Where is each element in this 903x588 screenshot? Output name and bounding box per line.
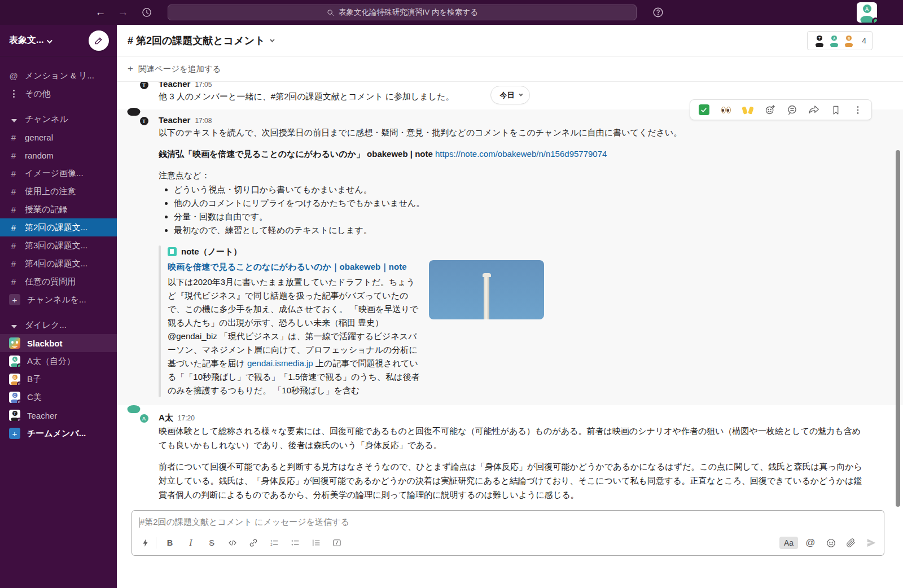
date-divider-pill[interactable]: 今日 bbox=[490, 86, 530, 104]
mention-button[interactable]: @ bbox=[803, 536, 818, 550]
shortcuts-button[interactable] bbox=[138, 536, 154, 550]
history-forward-button[interactable]: → bbox=[115, 5, 131, 20]
history-clock-button[interactable] bbox=[139, 5, 155, 20]
strikethrough-button[interactable]: S bbox=[204, 536, 220, 550]
dots-vertical-icon bbox=[852, 104, 863, 116]
sidebar-dm-slackbot[interactable]: Slackbot bbox=[0, 334, 117, 352]
message-author[interactable]: Teacher bbox=[159, 115, 190, 126]
share-message-button[interactable] bbox=[808, 104, 820, 116]
emoji-button[interactable] bbox=[823, 536, 839, 550]
channel-header: # 第2回の課題文献とコメント T A B 4 bbox=[117, 25, 903, 56]
composer-toolbar: B I S bbox=[132, 533, 884, 555]
white-check-mark-emoji-button[interactable] bbox=[698, 104, 710, 116]
blockquote-button[interactable] bbox=[308, 536, 324, 550]
top-bar: ← → 表象文化論特殊研究演習IV 内を検索する A bbox=[0, 0, 903, 25]
sidebar-channel-random[interactable]: # random bbox=[0, 146, 117, 164]
preview-thumbnail-image[interactable] bbox=[429, 260, 544, 319]
preview-description: 以下は2020年3月に書いたまま放置していたドラフトだ。ちょうど『現代ビジネス』… bbox=[168, 275, 420, 397]
ata-paragraph-2: 前者について回復不可能であると判断する見方はなさそうなので、ひとまず論点は「身体… bbox=[159, 459, 869, 502]
vertical-scrollbar[interactable] bbox=[896, 150, 900, 507]
sidebar-dm-ata-self[interactable]: A A太（自分） bbox=[0, 352, 117, 370]
reply-thread-button[interactable] bbox=[786, 104, 798, 116]
format-toggle-button[interactable]: Aa bbox=[779, 537, 798, 549]
invite-label: チームメンバ... bbox=[27, 428, 86, 439]
compose-button[interactable] bbox=[89, 30, 109, 51]
ata-avatar: A bbox=[9, 356, 20, 367]
sidebar-dm-teacher[interactable]: T Teacher bbox=[0, 406, 117, 424]
hash-icon: # bbox=[9, 223, 18, 232]
sidebar-item-mentions[interactable]: @ メンション & リ... bbox=[0, 67, 117, 85]
user-avatar[interactable]: A bbox=[857, 2, 877, 23]
sidebar-channel-image[interactable]: # イメージ画像... bbox=[0, 164, 117, 182]
section-label: ダイレク... bbox=[25, 320, 67, 331]
sidebar-channel-session4[interactable]: # 第4回の課題文... bbox=[0, 254, 117, 273]
preview-title-link[interactable]: 映画を倍速で見ることのなにがわるいのか｜obakeweb｜note bbox=[168, 260, 420, 273]
sidebar-dm-cmi[interactable]: C C美 bbox=[0, 388, 117, 406]
message-time[interactable]: 17:05 bbox=[195, 82, 212, 90]
help-button[interactable] bbox=[650, 5, 666, 20]
sidebar-dm-bko[interactable]: B B子 bbox=[0, 370, 117, 388]
sidebar-channel-general[interactable]: # general bbox=[0, 128, 117, 146]
link-button[interactable] bbox=[246, 536, 261, 550]
chevron-down-icon bbox=[519, 93, 523, 96]
sidebar-add-channel[interactable]: + チャンネルを... bbox=[0, 291, 117, 309]
sidebar-item-more[interactable]: その他 bbox=[0, 85, 117, 103]
presence-online-dot bbox=[17, 363, 20, 367]
more-actions-button[interactable] bbox=[852, 104, 864, 116]
section-label: チャンネル bbox=[25, 114, 68, 125]
sidebar-channel-session2-active[interactable]: # 第2回の課題文... bbox=[0, 218, 117, 236]
paperclip-icon bbox=[846, 538, 856, 548]
sidebar-nav: @ メンション & リ... その他 チャンネル # general # ran… bbox=[0, 56, 117, 442]
chimney-tower-graphic bbox=[484, 277, 489, 319]
plus-icon: + bbox=[9, 294, 20, 305]
preview-site-name: note（ノート） bbox=[181, 245, 242, 258]
bold-button[interactable]: B bbox=[162, 536, 178, 550]
attach-file-button[interactable] bbox=[843, 536, 859, 550]
add-reaction-button[interactable] bbox=[764, 104, 776, 116]
reference-url-link[interactable]: https://note.com/obakeweb/n/n156d9577907… bbox=[435, 149, 607, 159]
message-author[interactable]: Teacher bbox=[159, 82, 190, 90]
hash-icon: # bbox=[9, 259, 18, 269]
bulleted-list-button[interactable] bbox=[287, 536, 303, 550]
sidebar-channel-usage-notes[interactable]: # 使用上の注意 bbox=[0, 182, 117, 200]
sidebar-item-label: メンション & リ... bbox=[25, 71, 94, 81]
message-input[interactable]: #第2回の課題文献とコメント にメッセージを送信する bbox=[132, 511, 884, 533]
sidebar-channel-session3[interactable]: # 第3回の課題文... bbox=[0, 236, 117, 254]
add-related-page-button[interactable]: 関連ページを追加する bbox=[138, 64, 221, 74]
pencil-icon bbox=[94, 36, 104, 46]
channel-members-button[interactable]: T A B 4 bbox=[807, 31, 873, 50]
save-bookmark-button[interactable] bbox=[830, 104, 842, 116]
preview-inline-link[interactable]: gendai.ismedia.jp bbox=[247, 358, 313, 368]
workspace-name: 表象文... bbox=[9, 34, 43, 46]
cmi-avatar: C bbox=[9, 392, 20, 403]
presence-offline-dot bbox=[17, 381, 20, 385]
channels-section-header[interactable]: チャンネル bbox=[0, 110, 117, 128]
sidebar-channel-class-record[interactable]: # 授業の記録 bbox=[0, 200, 117, 218]
channel-label: 第3回の課題文... bbox=[25, 240, 87, 251]
message-time[interactable]: 17:20 bbox=[178, 413, 195, 424]
lightning-icon bbox=[141, 538, 151, 548]
main-pane: # 第2回の課題文献とコメント T A B 4 + 関連ページを追加する bbox=[117, 25, 903, 588]
notes-bullet-list: どういう視点・切り口から書いてもかまいません。 他の人のコメントにリプライをつけ… bbox=[159, 183, 869, 237]
message-author[interactable]: A太 bbox=[159, 412, 173, 423]
ordered-list-button[interactable]: 1 2 bbox=[266, 536, 282, 550]
sidebar-invite-members[interactable]: + チームメンバ... bbox=[0, 424, 117, 442]
raised-hands-emoji-button[interactable] bbox=[742, 104, 754, 116]
dm-section-header[interactable]: ダイレク... bbox=[0, 316, 117, 334]
raised-hands-icon bbox=[742, 105, 753, 115]
channel-title[interactable]: # 第2回の課題文献とコメント bbox=[128, 34, 273, 47]
preview-site-row: note（ノート） bbox=[168, 245, 544, 258]
code-block-button[interactable] bbox=[329, 536, 345, 550]
channel-title-text: # 第2回の課題文献とコメント bbox=[128, 34, 265, 47]
send-button[interactable] bbox=[863, 536, 879, 550]
italic-button[interactable]: I bbox=[183, 536, 199, 550]
search-bar[interactable]: 表象文化論特殊研究演習IV 内を検索する bbox=[168, 5, 637, 20]
message-time[interactable]: 17:08 bbox=[195, 115, 212, 126]
code-button[interactable] bbox=[225, 536, 240, 550]
link-preview-card: note（ノート） 映画を倍速で見ることのなにがわるいのか｜obakeweb｜n… bbox=[159, 245, 869, 397]
workspace-header[interactable]: 表象文... bbox=[0, 25, 117, 56]
dm-label: A太（自分） bbox=[27, 356, 75, 367]
sidebar-channel-questions[interactable]: # 任意の質問用 bbox=[0, 273, 117, 291]
eyes-emoji-button[interactable] bbox=[720, 104, 732, 116]
history-back-button[interactable]: ← bbox=[93, 5, 108, 20]
